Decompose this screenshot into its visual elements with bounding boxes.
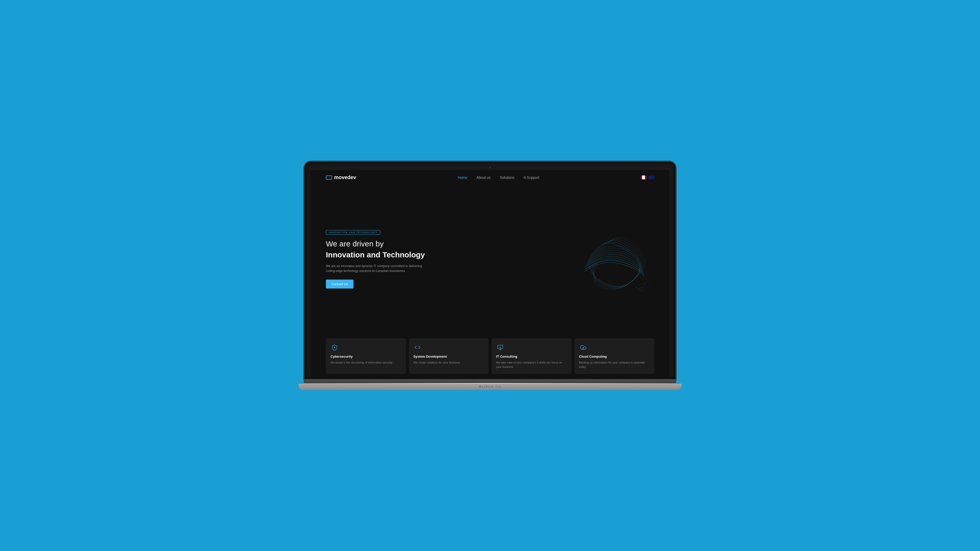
hero-content: INNOVATION AND TECHNOLOGY We are driven … (326, 230, 453, 289)
svg-point-6 (644, 286, 644, 287)
logo-icon (326, 176, 332, 179)
nav-solutions[interactable]: Solutions (500, 176, 515, 179)
laptop-screen-outer: movedev Home About us Solutions It Suppo… (304, 161, 676, 380)
svg-point-5 (642, 289, 643, 290)
it-consulting-icon (496, 343, 504, 351)
service-card-cybersecurity: Cybersecurity We assist in the structuri… (326, 338, 406, 374)
service-desc-system-dev: We create solutions for your business (414, 360, 484, 365)
logo-text: movedev (334, 175, 356, 180)
hero-description: We are an innovative and dynamic IT comp… (326, 264, 423, 273)
navbar: movedev Home About us Solutions It Suppo… (310, 170, 670, 185)
nav-about[interactable]: About us (476, 176, 490, 179)
service-title-cybersecurity: Cybersecurity (331, 354, 401, 359)
hero-badge: INNOVATION AND TECHNOLOGY (326, 230, 380, 235)
svg-point-0 (636, 287, 637, 287)
svg-point-8 (638, 284, 639, 285)
svg-point-2 (641, 287, 642, 288)
svg-point-1 (638, 288, 639, 289)
service-desc-cybersecurity: We assist in the structuring of informat… (331, 360, 401, 365)
nav-links: Home About us Solutions It Support (458, 176, 539, 179)
svg-point-10 (644, 283, 644, 283)
svg-point-7 (645, 284, 646, 285)
service-card-system-dev: System Development We create solutions f… (409, 338, 489, 374)
system-dev-icon (414, 343, 422, 351)
hero-title-light: We are driven by (326, 239, 453, 249)
wave-svg (557, 218, 654, 300)
svg-point-3 (637, 290, 638, 291)
logo: movedev (326, 175, 356, 180)
nav-it-support[interactable]: It Support (524, 176, 539, 179)
flag-uk[interactable] (649, 176, 654, 179)
cybersecurity-icon (331, 343, 339, 351)
nav-flags (641, 176, 654, 179)
svg-point-9 (641, 284, 641, 284)
hero-graphic (557, 218, 654, 300)
service-desc-cloud: Backing up information for your company … (579, 360, 650, 369)
laptop-base: MacBook Pro (299, 383, 681, 390)
service-desc-it-consulting: We take care of your company's it while … (496, 360, 567, 369)
laptop-hinge (304, 380, 676, 383)
svg-point-12 (648, 287, 648, 287)
laptop-screen: movedev Home About us Solutions It Suppo… (310, 170, 670, 379)
service-title-system-dev: System Development (414, 354, 484, 359)
svg-point-4 (640, 291, 641, 291)
macbook-label: MacBook Pro (479, 385, 501, 388)
camera-dot (489, 167, 491, 168)
cloud-icon (579, 343, 587, 351)
svg-rect-15 (498, 345, 503, 349)
service-title-it-consulting: IT Consulting (496, 354, 567, 359)
hero-title-bold: Innovation and Technology (326, 250, 453, 260)
service-card-cloud: Cloud Computing Backing up information f… (574, 338, 654, 374)
services-section: Cybersecurity We assist in the structuri… (310, 333, 670, 379)
service-title-cloud: Cloud Computing (579, 354, 650, 359)
contact-us-button[interactable]: Contact Us (326, 279, 353, 289)
hero-section: INNOVATION AND TECHNOLOGY We are driven … (310, 185, 670, 333)
svg-point-11 (646, 282, 647, 283)
flag-canada[interactable] (641, 176, 646, 179)
nav-home[interactable]: Home (458, 176, 467, 179)
service-card-it-consulting: IT Consulting We take care of your compa… (492, 338, 571, 374)
laptop-container: movedev Home About us Solutions It Suppo… (299, 161, 681, 390)
svg-point-13 (649, 284, 649, 285)
website: movedev Home About us Solutions It Suppo… (310, 170, 670, 379)
